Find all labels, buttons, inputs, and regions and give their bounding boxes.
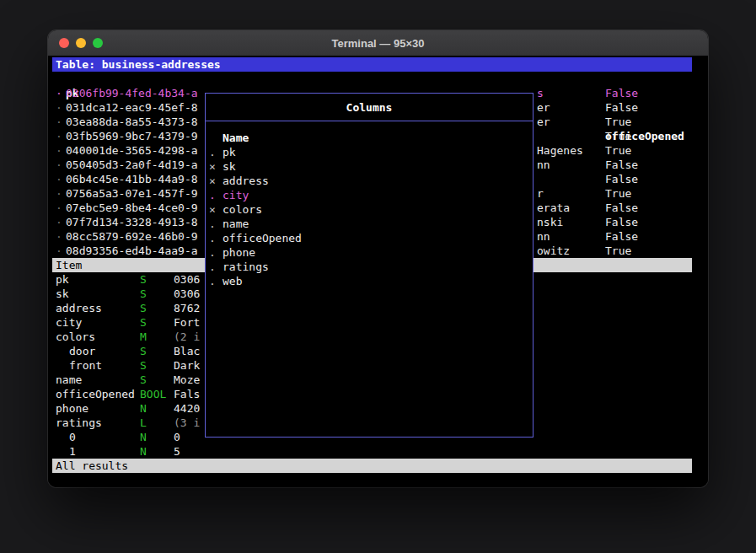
column-visibility-marker-icon: × <box>209 174 216 188</box>
attribute-type: S <box>140 287 147 301</box>
column-visibility-marker-icon: . <box>209 260 216 274</box>
row-marker-icon: · <box>56 201 62 215</box>
row-marker-icon: · <box>56 129 62 143</box>
dialog-title: Columns <box>206 100 533 115</box>
cell-officeOpened: False <box>605 158 638 172</box>
cell-officeOpened: False <box>605 100 638 115</box>
dialog-column-item[interactable]: .name <box>206 217 533 231</box>
row-marker-icon: · <box>56 172 62 186</box>
row-marker-icon: · <box>56 86 62 100</box>
row-marker-icon: · <box>56 229 62 244</box>
attribute-name: 1 <box>69 444 76 459</box>
attribute-name: sk <box>56 287 69 301</box>
column-name-label: sk <box>223 159 236 174</box>
dialog-column-item[interactable]: .phone <box>206 245 533 260</box>
cell-name-fragment: r <box>537 186 544 201</box>
cell-name-fragment: er <box>537 115 550 129</box>
cell-pk: 0306fb99-4fed-4b34-a <box>66 86 198 100</box>
attribute-value: (3 i <box>174 416 200 430</box>
attribute-value: 5 <box>174 444 180 459</box>
dialog-column-item[interactable]: .ratings <box>206 260 533 274</box>
column-visibility-marker-icon: . <box>209 245 216 260</box>
dialog-column-item[interactable]: ×address <box>206 174 533 188</box>
attribute-name: officeOpened <box>56 387 135 401</box>
row-marker-icon: · <box>56 115 62 129</box>
column-visibility-marker-icon: . <box>209 188 216 202</box>
dialog-column-item[interactable]: ×sk <box>206 159 533 174</box>
column-visibility-marker-icon: . <box>209 274 216 288</box>
minimize-button[interactable] <box>76 38 86 48</box>
dialog-column-item[interactable]: ×colors <box>206 202 533 217</box>
attribute-name: ratings <box>56 416 102 430</box>
column-visibility-marker-icon: . <box>209 145 216 159</box>
cell-name-fragment: nn <box>537 158 550 172</box>
cell-officeOpened: True <box>605 143 631 158</box>
cell-officeOpened: False <box>605 172 638 186</box>
attribute-name: door <box>69 344 95 358</box>
attribute-value: (2 i <box>174 330 200 344</box>
zoom-button[interactable] <box>93 38 103 48</box>
attribute-type: S <box>140 373 147 387</box>
column-visibility-marker-icon: × <box>209 202 216 217</box>
cell-officeOpened: False <box>605 86 638 100</box>
close-button[interactable] <box>59 38 69 48</box>
row-marker-icon: · <box>56 100 62 115</box>
attribute-value: 0306 <box>174 272 200 287</box>
cell-name-fragment: erata <box>537 201 570 215</box>
attribute-type: BOOL <box>140 387 166 401</box>
attribute-name: name <box>56 373 82 387</box>
cell-pk: 03ea88da-8a55-4373-8 <box>66 115 198 129</box>
dialog-column-item[interactable]: .officeOpened <box>206 231 533 245</box>
titlebar[interactable]: Terminal — 95×30 <box>48 30 708 56</box>
attribute-type: S <box>140 358 147 373</box>
column-name-label: phone <box>223 245 255 260</box>
cell-officeOpened: False <box>605 201 638 215</box>
attribute-value: 8762 <box>174 301 200 315</box>
column-name-label: ratings <box>223 260 269 274</box>
attribute-name: pk <box>56 272 69 287</box>
cell-name-fragment: owitz <box>537 244 570 258</box>
dialog-column-header: Name <box>223 131 249 145</box>
attribute-value: 0 <box>174 430 180 444</box>
dialog-items: .pk×sk×address.city×colors.name.officeOp… <box>206 145 533 288</box>
terminal-window: Terminal — 95×30 Table: business-address… <box>48 30 708 487</box>
attribute-value: Fals <box>174 387 200 401</box>
column-name-label: web <box>223 274 242 288</box>
attribute-name: phone <box>56 401 88 416</box>
attribute-value: Moze <box>174 373 200 387</box>
row-marker-icon: · <box>56 143 62 158</box>
column-name-label: city <box>223 188 249 202</box>
cell-pk: 07ebc5e9-8be4-4ce0-9 <box>66 201 198 215</box>
column-visibility-marker-icon: . <box>209 217 216 231</box>
columns-dialog: Columns Name .pk×sk×address.city×colors.… <box>205 93 533 438</box>
attribute-type: S <box>140 315 147 330</box>
column-visibility-marker-icon: . <box>209 231 216 245</box>
attribute-name: 0 <box>69 430 76 444</box>
cell-pk: 0756a5a3-07e1-457f-9 <box>66 186 198 201</box>
cell-pk: 08cc5879-692e-46b0-9 <box>66 229 198 244</box>
window-title: Terminal — 95×30 <box>332 37 425 50</box>
attribute-type: N <box>140 401 147 416</box>
cell-officeOpened: False <box>605 215 638 229</box>
column-name-label: officeOpened <box>223 231 302 245</box>
cell-name-fragment: nn <box>537 229 550 244</box>
attribute-type: N <box>140 430 147 444</box>
attribute-value: 0306 <box>174 287 200 301</box>
attribute-type: N <box>140 444 147 459</box>
attribute-type: S <box>140 344 147 358</box>
cell-pk: 08d93356-ed4b-4aa9-a <box>66 244 198 258</box>
item-attribute-row[interactable]: 1N5 <box>48 444 259 459</box>
row-marker-icon: · <box>56 158 62 172</box>
attribute-name: city <box>56 315 82 330</box>
table-title-bar: Table: business-addresses <box>52 57 692 72</box>
cell-name-fragment: Hagenes <box>537 143 583 158</box>
dialog-column-item[interactable]: .web <box>206 274 533 288</box>
cell-pk: 03fb5969-9bc7-4379-9 <box>66 129 198 143</box>
cell-pk: 050405d3-2a0f-4d19-a <box>66 158 198 172</box>
cell-pk: 06b4c45e-41bb-44a9-8 <box>66 172 198 186</box>
cell-pk: 07f7d134-3328-4913-8 <box>66 215 198 229</box>
dialog-column-item[interactable]: .pk <box>206 145 533 159</box>
dialog-column-item[interactable]: .city <box>206 188 533 202</box>
attribute-value: Blac <box>174 344 200 358</box>
cell-name-fragment: s <box>537 86 544 100</box>
